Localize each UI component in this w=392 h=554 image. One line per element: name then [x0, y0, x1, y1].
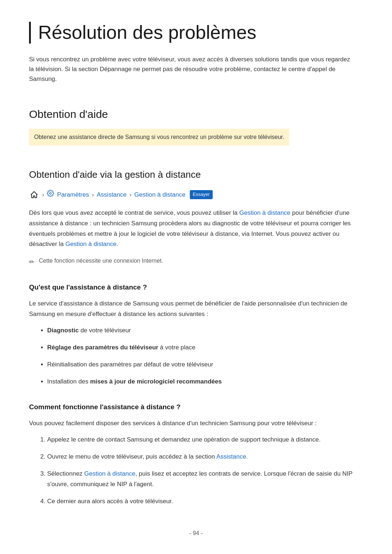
section2-body1: Dès lors que vous avez accepté le contra… [29, 208, 363, 250]
highlight-box: Obtenez une assistance directe de Samsun… [29, 129, 289, 145]
step-4: Ce dernier aura alors accès à votre télé… [47, 496, 363, 507]
subsection1-body: Le service d'assistance à distance de Sa… [29, 299, 363, 320]
breadcrumb-sep3: › [130, 190, 131, 200]
pencil-icon: ✏ [29, 257, 34, 267]
section1-title: Obtention d'aide [29, 106, 363, 123]
section2-title: Obtention d'aide via la gestion à distan… [29, 167, 363, 182]
breadcrumb-settings[interactable]: Paramètres [57, 190, 89, 200]
subsection1-title: Qu'est que l'assistance à distance ? [29, 282, 363, 293]
bullet2-bold: Réglage des paramètres du téléviseur [47, 344, 158, 351]
breadcrumb-remote-mgmt[interactable]: Gestion à distance [134, 190, 185, 200]
bullet1-bold: Diagnostic [47, 327, 79, 334]
svg-point-0 [50, 192, 52, 194]
breadcrumb-sep2: › [92, 190, 94, 200]
step3-link[interactable]: Gestion à distance [84, 470, 135, 477]
bullet-item-3: Réinitialisation des paramètres par défa… [47, 360, 363, 370]
remote-mgmt-link2[interactable]: Gestion à distance [65, 241, 117, 247]
step-2: Ouvrez le menu de votre téléviseur, puis… [47, 452, 363, 462]
subsection2-steps: Appelez le centre de contact Samsung et … [29, 435, 363, 506]
step-3: Sélectionnez Gestion à distance, puis li… [47, 469, 363, 490]
step2-link[interactable]: Assistance [216, 453, 246, 460]
subsection1-bullets: Diagnostic de votre téléviseur Réglage d… [29, 325, 363, 387]
note-box: ✏ Cette fonction nécessite une connexion… [29, 256, 363, 267]
bullet-item-4: Installation des mises à jour de microlo… [47, 377, 363, 387]
bullet-item-2: Réglage des paramètres du téléviseur à v… [47, 342, 363, 353]
step-1: Appelez le centre de contact Samsung et … [47, 435, 363, 445]
remote-mgmt-link1[interactable]: Gestion à distance [239, 209, 290, 216]
essayer-badge[interactable]: Essayer [190, 190, 213, 199]
breadcrumb-nav: › Paramètres › Assistance › Gestion à di… [29, 190, 363, 200]
gear-icon [47, 190, 54, 200]
bullet-item-1: Diagnostic de votre téléviseur [47, 325, 363, 336]
breadcrumb-sep1: › [42, 190, 44, 200]
page-intro: Si vous rencontrez un problème avec votr… [29, 54, 356, 84]
note-text: Cette fonction nécessite une connexion I… [39, 256, 163, 266]
page-title: Résolution des problèmes [38, 22, 363, 44]
subsection2-title: Comment fonctionne l'assistance à distan… [29, 402, 363, 413]
home-icon [29, 190, 39, 200]
bullet4-bold: mises à jour de micrologiciel recommandé… [90, 378, 222, 385]
breadcrumb-assistance[interactable]: Assistance [97, 190, 127, 200]
page-number: - 94 - [29, 529, 363, 538]
subsection2-body: Vous pouvez facilement disposer des serv… [29, 418, 363, 429]
page-title-section: Résolution des problèmes [29, 22, 363, 44]
